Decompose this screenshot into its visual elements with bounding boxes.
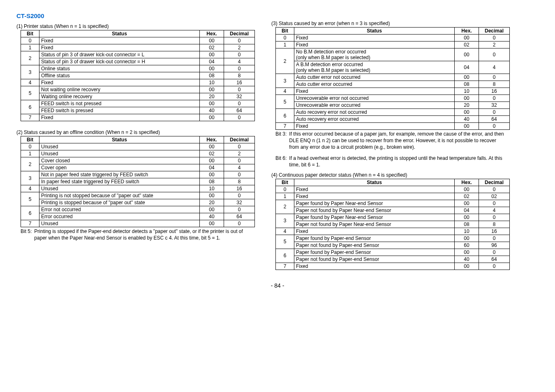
- table-row: Status of pin 3 of drawer kick-out conne…: [21, 58, 255, 65]
- table-row: 4Fixed1016: [21, 79, 255, 86]
- cell-status: Unused: [39, 185, 200, 192]
- cell-decimal: 4: [224, 164, 255, 171]
- cell-bit: 7: [21, 220, 39, 227]
- table-row: Auto recovery error occurred4064: [276, 116, 510, 123]
- cell-bit: 0: [21, 37, 39, 44]
- cell-status: FEED switch is not pressed: [39, 100, 200, 107]
- table-row: 0Fixed000: [276, 186, 510, 193]
- table-row: 1Fixed0202: [276, 193, 510, 200]
- cell-bit: 5: [276, 95, 294, 109]
- cell-bit: 0: [21, 143, 39, 150]
- col-dec: Decimal: [224, 30, 255, 37]
- cell-bit: 4: [21, 185, 39, 192]
- cell-hex: 60: [455, 242, 479, 249]
- table-paper-detector-status: Bit Status Hex. Decimal 0Fixed0001Fixed0…: [275, 179, 510, 270]
- cell-status: In paper feed state triggered by FEED sw…: [39, 178, 200, 185]
- cell-hex: 00: [200, 114, 224, 121]
- cell-status: Fixed: [39, 37, 200, 44]
- col-dec: Decimal: [479, 179, 510, 186]
- table-row: Error occurred4064: [21, 213, 255, 220]
- cell-bit: 1: [276, 42, 294, 48]
- table-row: 5Not waiting online recovery000: [21, 86, 255, 93]
- cell-status: Offline status: [39, 72, 200, 79]
- cell-decimal: 32: [224, 93, 255, 100]
- cell-hex: 08: [200, 72, 224, 79]
- col-bit: Bit: [276, 179, 294, 186]
- cell-hex: 40: [200, 213, 224, 220]
- cell-decimal: 0: [479, 235, 510, 242]
- table-error-status: Bit Status Hex. Decimal 0Fixed0001Fixed0…: [275, 27, 510, 130]
- cell-hex: 02: [455, 193, 479, 200]
- cell-decimal: 64: [224, 213, 255, 220]
- cell-status: Cover open: [39, 164, 200, 171]
- cell-status: Unused: [39, 150, 200, 157]
- table-row: 3Paper found by Paper Near-end Sensor000: [276, 214, 510, 221]
- cell-status: Fixed: [39, 79, 200, 86]
- cell-bit: 7: [276, 263, 294, 270]
- col-status: Status: [39, 30, 200, 37]
- cell-status: Fixed: [294, 88, 455, 95]
- cell-hex: 20: [455, 102, 479, 109]
- cell-status: Fixed: [294, 193, 455, 200]
- cell-hex: 00: [455, 186, 479, 193]
- cell-hex: 40: [200, 107, 224, 114]
- cell-decimal: 0: [479, 123, 510, 130]
- table-row: 7Fixed000: [276, 123, 510, 130]
- cell-bit: 1: [21, 150, 39, 157]
- cell-status: Paper found by Paper Near-end Sensor: [294, 214, 455, 221]
- cell-bit: 5: [21, 192, 39, 206]
- table-row: 2Status of pin 3 of drawer kick-out conn…: [21, 51, 255, 58]
- cell-status: Auto recovery error not occurred: [294, 109, 455, 116]
- table-row: 5Unrecoverable error not occurred000: [276, 95, 510, 102]
- table4-caption: (4) Continuous paper detector status (Wh…: [271, 172, 506, 178]
- table-row: 6Error not occurred000: [21, 206, 255, 213]
- cell-decimal: 0: [479, 214, 510, 221]
- cell-status: Auto recovery error occurred: [294, 116, 455, 123]
- cell-status: Paper not found by Paper Near-end Sensor: [294, 221, 455, 228]
- cell-decimal: 2: [224, 150, 255, 157]
- table-row: Paper not found by Paper Near-end Sensor…: [276, 221, 510, 228]
- cell-hex: 08: [455, 81, 479, 88]
- cell-hex: 00: [200, 192, 224, 199]
- note-bit6-label: Bit 6:: [275, 155, 287, 168]
- cell-decimal: 2: [224, 44, 255, 51]
- cell-status: Paper found by Paper-end Sensor: [294, 235, 455, 242]
- cell-decimal: 8: [479, 221, 510, 228]
- cell-hex: 00: [455, 249, 479, 256]
- cell-decimal: 8: [224, 72, 255, 79]
- cell-hex: 00: [455, 263, 479, 270]
- cell-hex: 00: [200, 86, 224, 93]
- cell-status: Fixed: [294, 263, 455, 270]
- cell-status: Error not occurred: [39, 206, 200, 213]
- cell-hex: 00: [200, 171, 224, 178]
- table-row: Offline status088: [21, 72, 255, 79]
- cell-bit: 6: [21, 206, 39, 220]
- table-row: 3Auto cutter error not occurred000: [276, 74, 510, 81]
- table-row: 4Fixed1016: [276, 228, 510, 235]
- table-row: 7Fixed000: [276, 263, 510, 270]
- cell-decimal: 0: [479, 249, 510, 256]
- cell-hex: 10: [200, 79, 224, 86]
- page-number: - 84 -: [16, 282, 539, 289]
- table-row: Paper not found by Paper Near-end Sensor…: [276, 207, 510, 214]
- cell-bit: 5: [21, 86, 39, 100]
- cell-status: Paper not found by Paper Near-end Sensor: [294, 207, 455, 214]
- cell-bit: 6: [21, 100, 39, 114]
- col-bit: Bit: [21, 30, 39, 37]
- cell-decimal: 32: [479, 102, 510, 109]
- cell-hex: 00: [200, 51, 224, 58]
- cell-decimal: 0: [479, 74, 510, 81]
- cell-status: Status of pin 3 of drawer kick-out conne…: [39, 58, 200, 65]
- cell-hex: 10: [455, 228, 479, 235]
- table-row: 7Unused000: [21, 220, 255, 227]
- table-row: 3Not in paper feed state triggered by FE…: [21, 171, 255, 178]
- cell-hex: 00: [200, 37, 224, 44]
- cell-status: Fixed: [294, 35, 455, 42]
- table-row: 4Fixed1016: [276, 88, 510, 95]
- cell-status: Fixed: [39, 44, 200, 51]
- cell-bit: 6: [276, 109, 294, 123]
- cell-hex: 00: [200, 100, 224, 107]
- table2-caption: (2) Status caused by an offline conditio…: [16, 129, 251, 135]
- cell-decimal: 0: [224, 157, 255, 164]
- cell-hex: 40: [455, 256, 479, 263]
